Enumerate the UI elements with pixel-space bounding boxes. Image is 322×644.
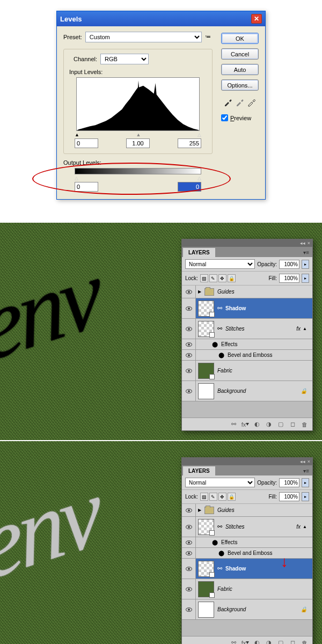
layer-thumb[interactable] <box>198 519 214 535</box>
visibility-toggle[interactable] <box>182 599 196 619</box>
ok-button[interactable]: OK <box>221 33 259 44</box>
visibility-toggle[interactable] <box>182 350 196 360</box>
lock-position-icon[interactable]: ✥ <box>218 493 226 501</box>
lock-position-icon[interactable]: ✥ <box>218 274 226 282</box>
collapse-fx-icon[interactable]: ▲ <box>303 326 307 331</box>
out-white-slider[interactable]: △ <box>197 175 201 181</box>
preview-checkbox[interactable] <box>221 114 228 121</box>
opacity-input[interactable] <box>279 260 299 269</box>
panel-menu-icon[interactable]: ▾≡ <box>300 248 312 257</box>
visibility-toggle[interactable] <box>182 559 196 579</box>
visibility-toggle[interactable] <box>182 361 196 380</box>
mask-icon[interactable]: ◐ <box>252 420 262 429</box>
layer-fabric[interactable]: Fabric <box>182 579 312 599</box>
layer-thumb[interactable] <box>198 383 214 399</box>
input-black[interactable] <box>75 138 98 148</box>
link-layers-icon[interactable]: ⚯ <box>229 420 238 429</box>
black-slider[interactable]: ▲ <box>75 132 79 137</box>
layer-shadow[interactable]: ⚯Shadow <box>182 298 312 319</box>
fill-flyout[interactable]: ▸ <box>302 274 309 283</box>
layer-thumb[interactable] <box>198 561 214 577</box>
opacity-flyout[interactable]: ▸ <box>302 478 309 487</box>
preset-menu-icon[interactable]: ≔ <box>205 33 213 41</box>
layer-thumb[interactable] <box>198 363 214 379</box>
close-button[interactable]: ✕ <box>251 14 262 24</box>
layer-thumb[interactable] <box>198 581 214 597</box>
adjustment-icon[interactable]: ◑ <box>264 420 274 429</box>
histogram[interactable] <box>76 77 200 131</box>
close-panel-icon[interactable]: × <box>308 240 310 246</box>
layer-guides[interactable]: ▶Guides <box>182 504 312 517</box>
visibility-toggle[interactable] <box>182 548 196 558</box>
lock-pixels-icon[interactable]: ✎ <box>209 493 217 501</box>
output-white[interactable] <box>178 182 201 192</box>
visibility-toggle[interactable] <box>182 339 196 349</box>
new-layer-icon[interactable]: ◻ <box>288 639 297 645</box>
mid-slider[interactable]: ▲ <box>136 132 141 137</box>
fx-menu-icon[interactable]: fx <box>240 420 250 429</box>
collapse-icon[interactable]: ◂◂ <box>300 240 305 246</box>
options-button[interactable]: Options... <box>221 79 259 91</box>
lock-all-icon[interactable]: 🔒 <box>228 493 236 501</box>
auto-button[interactable]: Auto <box>221 64 259 75</box>
visibility-toggle[interactable] <box>182 579 196 599</box>
layer-thumb[interactable] <box>198 602 214 618</box>
white-slider[interactable]: △ <box>197 132 201 137</box>
layer-shadow[interactable]: ⚯Shadow <box>182 559 312 579</box>
layer-background[interactable]: Background🔒 <box>182 599 312 620</box>
visibility-toggle[interactable] <box>182 517 196 537</box>
visibility-toggle[interactable] <box>182 381 196 401</box>
new-layer-icon[interactable]: ◻ <box>288 420 297 429</box>
group-icon[interactable]: ▢ <box>276 639 286 645</box>
layer-stitches[interactable]: ⚯Stitchesfx▲ <box>182 319 312 339</box>
eyedropper-gray-icon[interactable] <box>235 97 245 107</box>
eyedropper-white-icon[interactable] <box>247 97 257 107</box>
layer-background[interactable]: Background🔒 <box>182 381 312 401</box>
output-black[interactable] <box>75 182 98 192</box>
visibility-toggle[interactable] <box>182 319 196 339</box>
collapse-fx-icon[interactable]: ▲ <box>303 524 307 529</box>
input-mid[interactable] <box>126 138 150 148</box>
visibility-toggle[interactable] <box>182 298 196 318</box>
link-layers-icon[interactable]: ⚯ <box>229 639 238 645</box>
mask-icon[interactable]: ◐ <box>252 639 262 645</box>
opacity-flyout[interactable]: ▸ <box>302 260 309 269</box>
adjustment-icon[interactable]: ◑ <box>264 639 274 645</box>
fill-input[interactable] <box>279 274 299 283</box>
blend-mode-select[interactable]: Normal <box>185 478 255 487</box>
input-white[interactable] <box>178 138 201 148</box>
layer-guides[interactable]: ▶Guides <box>182 286 312 298</box>
expand-icon[interactable]: ▶ <box>198 508 201 513</box>
close-panel-icon[interactable]: × <box>308 459 310 464</box>
layers-tab[interactable]: LAYERS <box>183 466 215 475</box>
panel-menu-icon[interactable]: ▾≡ <box>300 466 312 475</box>
cancel-button[interactable]: Cancel <box>221 48 259 60</box>
channel-select[interactable]: RGB <box>100 54 149 64</box>
layer-fabric[interactable]: Fabric <box>182 361 312 381</box>
output-gradient[interactable] <box>75 168 201 174</box>
fill-flyout[interactable]: ▸ <box>302 492 309 501</box>
opacity-input[interactable] <box>279 478 299 487</box>
visibility-toggle[interactable] <box>182 504 196 516</box>
layer-stitches[interactable]: ⚯Stitchesfx▲ <box>182 517 312 537</box>
layer-bevel[interactable]: ⬤Bevel and Emboss <box>182 548 312 559</box>
delete-layer-icon[interactable]: 🗑 <box>299 420 309 429</box>
visibility-toggle[interactable] <box>182 537 196 547</box>
preview-label[interactable]: Preview <box>230 115 251 121</box>
fx-menu-icon[interactable]: fx <box>240 639 250 645</box>
delete-layer-icon[interactable]: 🗑 <box>299 639 309 645</box>
group-icon[interactable]: ▢ <box>276 420 286 429</box>
layer-bevel[interactable]: ⬤Bevel and Emboss <box>182 350 312 361</box>
fx-badge[interactable]: fx <box>296 524 301 530</box>
expand-icon[interactable]: ▶ <box>198 289 201 294</box>
lock-pixels-icon[interactable]: ✎ <box>209 274 217 282</box>
layer-thumb[interactable] <box>198 321 214 337</box>
visibility-toggle[interactable] <box>182 286 196 298</box>
lock-all-icon[interactable]: 🔒 <box>228 274 236 282</box>
layer-effects[interactable]: ⬤Effects <box>182 537 312 548</box>
eyedropper-black-icon[interactable] <box>223 97 233 107</box>
fill-input[interactable] <box>279 492 299 501</box>
layer-effects[interactable]: ⬤Effects <box>182 339 312 350</box>
fx-badge[interactable]: fx <box>296 326 301 332</box>
out-black-slider[interactable]: △ <box>75 175 78 181</box>
